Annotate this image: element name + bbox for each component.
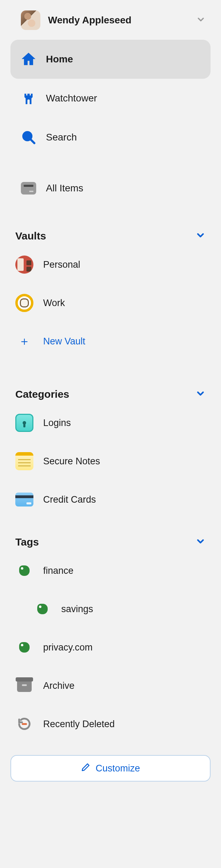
watchtower-icon [21,91,36,106]
section-header-tags[interactable]: Tags [10,526,211,551]
section-title: Categories [15,388,69,400]
tag-icon [15,638,33,656]
nav-label: Recently Deleted [43,719,115,730]
user-name: Wendy Appleseed [48,15,188,26]
credit-cards-icon [15,490,33,509]
vault-label: Work [43,298,65,309]
chevron-down-icon [195,388,206,400]
svg-line-1 [31,140,34,143]
vault-icon [15,294,33,312]
nav-search[interactable]: Search [10,118,211,157]
tag-finance[interactable]: finance [10,551,211,590]
category-label: Secure Notes [43,456,100,467]
nav-label: Archive [43,680,74,691]
nav-recently-deleted[interactable]: Recently Deleted [10,705,211,743]
logins-icon [15,414,33,432]
tag-icon [33,600,52,618]
recently-deleted-icon [15,715,33,733]
search-icon [21,130,36,145]
nav-home[interactable]: Home [10,40,211,79]
tag-privacy-com[interactable]: privacy.com [10,628,211,667]
tag-label: savings [61,604,93,615]
nav-watchtower[interactable]: Watchtower [10,79,211,118]
category-logins[interactable]: Logins [10,404,211,442]
secure-notes-icon [15,452,33,470]
tag-savings[interactable]: savings [10,590,211,628]
all-items-icon [21,181,36,196]
nav-label: Home [46,54,73,65]
pencil-icon [81,763,90,774]
chevron-down-icon [196,15,206,26]
section-header-categories[interactable]: Categories [10,378,211,404]
sidebar: Wendy Appleseed Home Watchtower Search A… [0,0,221,792]
tag-icon [15,562,33,580]
category-credit-cards[interactable]: Credit Cards [10,480,211,519]
archive-icon [15,677,33,695]
customize-button[interactable]: Customize [10,755,211,782]
nav-label: Search [46,132,77,143]
new-vault-label: New Vault [43,336,85,347]
tag-label: finance [43,565,73,576]
chevron-down-icon [195,230,206,242]
vault-work[interactable]: Work [10,284,211,322]
category-secure-notes[interactable]: Secure Notes [10,442,211,480]
section-title: Vaults [15,230,46,242]
nav-label: Watchtower [46,93,97,104]
home-icon [21,52,36,67]
section-header-vaults[interactable]: Vaults [10,220,211,245]
customize-label: Customize [96,763,140,774]
chevron-down-icon [195,536,206,548]
category-label: Logins [43,418,71,428]
new-vault-button[interactable]: ＋ New Vault [10,322,211,360]
nav-all-items[interactable]: All Items [10,174,211,202]
vault-label: Personal [43,259,80,270]
account-switcher[interactable]: Wendy Appleseed [10,7,211,40]
nav-archive[interactable]: Archive [10,667,211,705]
plus-icon: ＋ [15,333,33,349]
category-label: Credit Cards [43,494,96,505]
avatar [21,10,40,30]
section-title: Tags [15,536,39,548]
tag-label: privacy.com [43,642,93,653]
vault-icon [15,256,33,274]
vault-personal[interactable]: Personal [10,245,211,284]
nav-label: All Items [46,183,83,194]
